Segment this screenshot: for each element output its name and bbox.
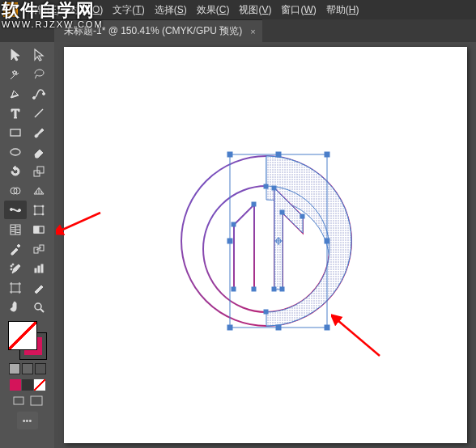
document-tab-title: 未标题-1* @ 150.41% (CMYK/GPU 预览) xyxy=(64,24,242,38)
svg-rect-11 xyxy=(35,206,43,214)
paintbrush-tool[interactable] xyxy=(28,123,50,142)
menu-bar: Ai 编辑(E) 对象(O) 文字(T) 选择(S) 效果(C) 视图(V) 窗… xyxy=(0,0,476,19)
svg-rect-40 xyxy=(276,152,281,157)
svg-point-4 xyxy=(11,149,20,155)
slice-tool[interactable] xyxy=(28,278,50,297)
shape-builder-tool[interactable] xyxy=(4,181,27,200)
gradient-tool[interactable] xyxy=(28,220,50,239)
tool-panel-header xyxy=(0,19,54,42)
artboard-tool[interactable] xyxy=(4,278,27,297)
screen-mode-icon[interactable] xyxy=(11,394,26,408)
svg-point-10 xyxy=(19,209,21,211)
draw-mode-row xyxy=(9,363,46,374)
zoom-tool[interactable] xyxy=(28,298,50,316)
svg-rect-50 xyxy=(252,202,256,206)
svg-point-9 xyxy=(11,208,13,210)
magic-wand-tool[interactable] xyxy=(4,65,27,83)
svg-point-13 xyxy=(42,205,44,207)
selection-tool[interactable] xyxy=(4,45,27,64)
svg-point-23 xyxy=(12,264,14,265)
pen-tool[interactable] xyxy=(4,84,27,103)
svg-rect-25 xyxy=(35,268,36,273)
hand-tool[interactable] xyxy=(4,298,27,316)
svg-point-0 xyxy=(33,96,36,99)
screen-mode-row xyxy=(11,394,44,408)
width-tool[interactable] xyxy=(4,201,27,219)
svg-rect-3 xyxy=(11,129,20,136)
ellipse-tool[interactable] xyxy=(4,142,27,161)
draw-behind-mode[interactable] xyxy=(22,363,33,374)
svg-rect-39 xyxy=(227,152,232,157)
svg-rect-42 xyxy=(227,239,232,243)
menu-type[interactable]: 文字(T) xyxy=(108,3,149,17)
draw-inside-mode[interactable] xyxy=(35,363,46,374)
none-fill-icon xyxy=(9,322,36,349)
screen-mode-alt-icon[interactable] xyxy=(29,394,44,408)
svg-rect-54 xyxy=(232,287,236,291)
fill-swatch[interactable] xyxy=(8,321,37,350)
fill-stroke-swatch[interactable] xyxy=(8,321,47,360)
curvature-tool[interactable] xyxy=(28,84,50,103)
app-logo: Ai xyxy=(3,2,18,17)
document-tab[interactable]: 未标题-1* @ 150.41% (CMYK/GPU 预览) × xyxy=(54,19,262,42)
line-segment-tool[interactable] xyxy=(28,104,50,122)
draw-normal-mode[interactable] xyxy=(9,363,20,374)
svg-rect-53 xyxy=(280,210,284,214)
svg-point-24 xyxy=(11,268,12,270)
menu-select[interactable]: 选择(S) xyxy=(150,3,192,17)
symbol-sprayer-tool[interactable] xyxy=(4,259,27,277)
svg-line-30 xyxy=(40,309,44,312)
artboard[interactable] xyxy=(64,47,467,443)
svg-line-33 xyxy=(61,213,100,230)
svg-point-29 xyxy=(35,303,41,310)
svg-rect-20 xyxy=(34,247,38,253)
direct-selection-tool[interactable] xyxy=(28,45,50,64)
svg-rect-31 xyxy=(14,397,23,404)
edit-toolbar-button[interactable]: ••• xyxy=(17,412,38,429)
svg-rect-49 xyxy=(232,222,236,226)
menu-edit[interactable]: 编辑(E) xyxy=(23,3,65,17)
svg-rect-41 xyxy=(325,152,329,157)
svg-rect-6 xyxy=(37,167,44,173)
free-transform-tool[interactable] xyxy=(28,201,50,219)
rectangle-tool[interactable] xyxy=(4,123,27,142)
annotation-arrow-shape xyxy=(331,314,388,362)
column-graph-tool[interactable] xyxy=(28,259,50,277)
svg-point-22 xyxy=(11,265,12,267)
menu-window[interactable]: 窗口(W) xyxy=(276,3,321,17)
annotation-arrow-tool xyxy=(56,205,104,237)
lasso-tool[interactable] xyxy=(28,65,50,83)
menu-help[interactable]: 帮助(H) xyxy=(321,3,364,17)
perspective-grid-tool[interactable] xyxy=(28,181,50,200)
svg-rect-19 xyxy=(34,226,39,233)
rotate-tool[interactable] xyxy=(4,162,27,180)
svg-rect-46 xyxy=(325,325,329,330)
palette-color-3[interactable] xyxy=(34,379,45,391)
svg-rect-45 xyxy=(276,325,281,330)
svg-rect-57 xyxy=(280,287,284,291)
mesh-tool[interactable] xyxy=(4,220,27,239)
svg-point-1 xyxy=(43,92,45,95)
color-palette-row xyxy=(10,379,45,391)
menu-effect[interactable]: 效果(C) xyxy=(192,3,235,17)
canvas-area[interactable] xyxy=(54,42,476,448)
close-tab-button[interactable]: × xyxy=(250,27,255,36)
palette-color-2[interactable] xyxy=(22,379,33,391)
svg-rect-56 xyxy=(272,287,276,291)
svg-rect-28 xyxy=(11,284,19,292)
svg-rect-32 xyxy=(31,396,42,405)
document-tab-bar: 未标题-1* @ 150.41% (CMYK/GPU 预览) × xyxy=(0,19,476,42)
type-tool[interactable] xyxy=(4,104,27,122)
svg-rect-44 xyxy=(227,325,232,330)
svg-rect-47 xyxy=(264,184,268,188)
menu-object[interactable]: 对象(O) xyxy=(65,3,108,17)
svg-point-15 xyxy=(42,213,44,215)
svg-rect-26 xyxy=(38,266,40,273)
eyedropper-tool[interactable] xyxy=(4,239,27,258)
blend-tool[interactable] xyxy=(28,239,50,258)
svg-point-14 xyxy=(34,213,36,215)
scale-tool[interactable] xyxy=(28,162,50,180)
palette-color-1[interactable] xyxy=(10,379,21,391)
eraser-tool[interactable] xyxy=(28,142,50,161)
menu-view[interactable]: 视图(V) xyxy=(234,3,276,17)
